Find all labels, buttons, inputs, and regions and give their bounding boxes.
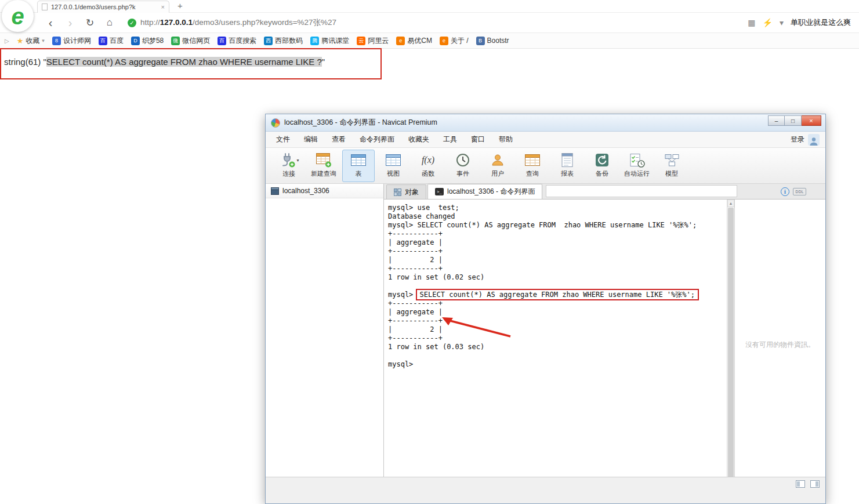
terminal-line: 1 row in set (0.02 sec) (388, 273, 727, 282)
bookmark-item[interactable]: 腾腾讯课堂 (310, 36, 349, 46)
browser-tab[interactable]: 127.0.0.1/demo3/users.php?k × (37, 1, 169, 13)
terminal-prompt: mysql> (388, 291, 418, 299)
bookmark-item[interactable]: 8设计师网 (52, 36, 91, 46)
main-area: 对象>_localhost_3306 - 命令列界面 i DDL mysql> … (384, 184, 825, 490)
bookmarks-toggle-icon[interactable]: ▷ (5, 38, 9, 44)
bookmark-favicon: 百 (99, 37, 107, 45)
url-field[interactable]: ✓ http://127.0.0.1/demo3/users.php?keywo… (128, 17, 748, 28)
toolbar-label: 备份 (596, 169, 608, 178)
toolbar-label: 表 (356, 169, 362, 178)
object-info-panel: 沒有可用的物件資訊。 (734, 200, 825, 490)
bookmark-label: 腾讯课堂 (321, 36, 349, 46)
login-button[interactable]: 登录 (791, 134, 822, 146)
terminal[interactable]: mysql> use test;Database changedmysql> S… (384, 200, 727, 490)
bookmark-favicon: e (396, 37, 405, 45)
layout-toggle-right-icon[interactable] (810, 480, 820, 488)
toolbar-backup-button[interactable]: 备份 (586, 150, 618, 182)
info-icon[interactable]: i (781, 187, 789, 196)
menu-item[interactable]: 工具 (436, 132, 464, 147)
bookmark-favicon: 西 (264, 37, 273, 45)
connections-sidebar[interactable]: localhost_3306 (266, 184, 384, 490)
table-new-icon (315, 152, 332, 168)
terminal-scrollbar[interactable]: ▲ ▼ (727, 200, 734, 490)
bookmark-item[interactable]: 西西部数码 (264, 36, 303, 46)
toolbar-report-button[interactable]: 报表 (551, 150, 583, 182)
user-avatar (808, 134, 820, 146)
bookmark-item[interactable]: e易优CM (396, 36, 432, 46)
grid-icon (394, 188, 401, 196)
promo-link[interactable]: 单职业就是这么爽 (791, 17, 851, 28)
scrollbar-thumb[interactable] (728, 208, 734, 481)
model-icon (663, 152, 680, 168)
bookmark-label: 百度搜索 (229, 36, 256, 46)
sidebar-connection-item[interactable]: localhost_3306 (266, 184, 383, 198)
bookmark-item[interactable]: 百百度 (99, 36, 124, 46)
menu-item[interactable]: 窗口 (464, 132, 492, 147)
plug-icon (278, 152, 296, 168)
menu-bar: 文件编辑查看命令列界面收藏夹工具窗口帮助 登录 (266, 132, 825, 148)
toolbar-user-button[interactable]: 用户 (481, 150, 514, 182)
close-button[interactable]: × (802, 115, 821, 126)
bookmark-item[interactable]: e关于 / (440, 36, 469, 46)
favorites-button[interactable]: ★ 收藏 ▾ (17, 36, 45, 46)
speed-lightning-icon[interactable]: ⚡ (763, 18, 773, 27)
menu-item[interactable]: 帮助 (492, 132, 520, 147)
toolbar-label: 用户 (491, 169, 504, 178)
bookmark-favicon: B (476, 37, 485, 45)
chevron-down-icon[interactable]: ▾ (780, 18, 784, 27)
browser-logo-icon: e (11, 5, 24, 28)
menu-item[interactable]: 命令列界面 (353, 132, 401, 147)
toolbar-clock-button[interactable]: 事件 (447, 150, 479, 182)
bookmark-favicon: 腾 (310, 37, 319, 45)
toolbar-query-button[interactable]: 查询 (516, 150, 549, 182)
menu-item[interactable]: 查看 (325, 132, 353, 147)
browser-logo[interactable]: e (2, 0, 34, 32)
back-icon[interactable]: ‹ (41, 16, 60, 30)
toolbar-fx-button[interactable]: f(x)函数 (412, 150, 444, 182)
toolbar-table-button[interactable]: 表 (342, 150, 375, 182)
scroll-up-icon[interactable]: ▲ (727, 200, 734, 207)
toolbar-table-new-button[interactable]: 新建查询 (307, 150, 340, 182)
window-title-bar[interactable]: localhost_3306 - 命令列界面 - Navicat Premium… (266, 114, 825, 132)
bookmark-item[interactable]: BBootstr (476, 37, 509, 45)
menu-item[interactable]: 编辑 (297, 132, 325, 147)
star-icon: ★ (17, 37, 24, 45)
chevron-down-icon: ▾ (42, 38, 45, 43)
vardump-output: string(61) "SELECT count(*) AS aggregate… (1, 49, 380, 67)
toolbar-plug-button[interactable]: ▾连接 (273, 150, 305, 182)
bookmark-label: 阿里云 (368, 36, 389, 46)
bookmark-item[interactable]: 云阿里云 (357, 36, 389, 46)
tab-close-icon[interactable]: × (161, 3, 165, 10)
screen: 127.0.0.1/demo3/users.php?k × + e ‹ › ↻ … (0, 0, 859, 504)
menu-item[interactable]: 收藏夹 (401, 132, 436, 147)
tab-command-interface[interactable]: >_localhost_3306 - 命令列界面 (427, 184, 542, 199)
toolbar-view-button[interactable]: 视图 (377, 150, 409, 182)
bookmark-item[interactable]: D织梦58 (131, 36, 164, 46)
refresh-icon[interactable]: ↻ (80, 17, 100, 29)
menu-item[interactable]: 文件 (269, 132, 297, 147)
navicat-window: localhost_3306 - 命令列界面 - Navicat Premium… (265, 114, 826, 504)
forward-icon[interactable]: › (60, 16, 80, 30)
new-tab-button[interactable]: + (177, 1, 183, 10)
terminal-line: Database changed (388, 212, 727, 221)
minimize-button[interactable]: – (768, 115, 785, 126)
tab-objects[interactable]: 对象 (386, 184, 426, 199)
bookmark-list: 8设计师网百百度D织梦58微微信网页百百度搜索西西部数码腾腾讯课堂云阿里云e易优… (52, 36, 509, 46)
terminal-line: +-----------+ (388, 299, 727, 308)
layout-toggle-left-icon[interactable] (796, 480, 805, 488)
bookmark-favicon: 8 (52, 37, 61, 45)
document-tab-bar: 对象>_localhost_3306 - 命令列界面 i DDL (384, 184, 825, 200)
ddl-button[interactable]: DDL (793, 188, 806, 195)
home-icon[interactable]: ⌂ (100, 17, 119, 28)
view-icon (385, 152, 402, 168)
maximize-button[interactable]: □ (785, 115, 802, 126)
window-title: localhost_3306 - 命令列界面 - Navicat Premium (284, 118, 437, 128)
bookmark-item[interactable]: 微微信网页 (171, 36, 210, 46)
terminal-line: mysql> SELECT count(*) AS aggregate FROM… (388, 221, 727, 230)
toolbar-model-button[interactable]: 模型 (655, 150, 688, 182)
bookmark-label: 设计师网 (63, 36, 91, 46)
apps-grid-icon[interactable]: ▦ (748, 18, 755, 27)
toolbar-automation-button[interactable]: 自动运行 (621, 150, 653, 182)
bookmark-item[interactable]: 百百度搜索 (218, 36, 256, 46)
connection-name: localhost_3306 (282, 187, 329, 195)
